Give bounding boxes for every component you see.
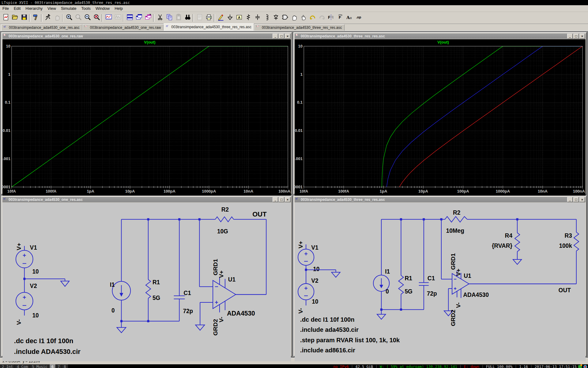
schematic-canvas-area[interactable]: V+ V1 10 V2 10 V- [2, 203, 291, 361]
menu-item[interactable]: Help [112, 6, 125, 11]
menu-item[interactable]: Tools [79, 6, 93, 11]
toolbar-button[interactable] [244, 13, 253, 22]
child-title-bar[interactable]: 003transimpedance_ada4530_one_res.raw _□… [2, 33, 291, 39]
toolbar-button[interactable] [65, 13, 74, 22]
toolbar-button[interactable] [216, 13, 225, 22]
toolbar-button[interactable]: A [235, 13, 243, 22]
opamp-u1[interactable]: GRD1 V+ U1 V- GRD2 ADA4530 [195, 219, 255, 335]
wire-top-bus[interactable] [121, 218, 215, 220]
tray-icon-notification[interactable] [583, 365, 587, 368]
tray-icon-network[interactable] [578, 365, 582, 368]
schematic-one-res[interactable]: V+ V1 10 V2 10 V- [2, 203, 291, 361]
window-button[interactable]: _ [273, 197, 278, 202]
current-source-i1[interactable]: I1 0 [110, 219, 131, 321]
document-tab[interactable]: 003transimpedance_ada4530_three_res_res.… [164, 23, 254, 31]
document-tab[interactable]: 003transimpedance_ada4530_one_res.raw [82, 24, 164, 31]
menu-item[interactable]: Hierarchy [23, 6, 45, 11]
waveform-plot-area[interactable]: 10fA100fA1pA10pA100pA1000pA10nA100nA1010… [295, 39, 586, 199]
toolbar-button[interactable] [43, 13, 52, 22]
window-button[interactable]: □ [573, 34, 579, 39]
toolbar-button[interactable] [271, 13, 280, 22]
resistor-r1[interactable]: R1 5G [398, 219, 413, 309]
window-button[interactable]: _ [567, 34, 573, 39]
toolbar-button[interactable] [204, 13, 213, 22]
toolbar-button[interactable] [225, 13, 234, 22]
toolbar-button[interactable] [32, 13, 40, 22]
menu-item[interactable]: Window [93, 6, 112, 11]
toolbar-button[interactable] [281, 13, 289, 22]
toolbar-button[interactable] [1, 13, 10, 22]
toolbar-button[interactable] [144, 13, 153, 22]
toolbar-button[interactable] [156, 13, 164, 22]
toolbar-button[interactable]: Aα [345, 13, 354, 22]
workspace-cell[interactable]: 2 Int [0, 364, 15, 368]
schematic-three-res[interactable]: V+ V1 10 V2 10 V- [295, 203, 586, 361]
menu-item[interactable]: Simulate [58, 6, 79, 11]
toolbar-button[interactable] [253, 13, 262, 22]
window-button[interactable]: × [285, 34, 290, 39]
resistor-r2[interactable]: R2 10Meg [445, 209, 467, 234]
toolbar-button[interactable] [92, 13, 101, 22]
workspace-cell[interactable]: 6 [50, 364, 56, 368]
document-tab[interactable]: 003transimpedance_ada4530_one_res.asc [1, 24, 82, 31]
child-title-bar[interactable]: 003transimpedance_ada4530_three_res_res.… [295, 33, 586, 39]
voltage-source-v1[interactable]: V+ V1 10 [297, 241, 319, 272]
workspace-cell[interactable]: 7 [56, 364, 62, 368]
wire-bottom-bus[interactable] [117, 320, 179, 333]
capacitor-c1[interactable]: C1 72p [419, 219, 437, 309]
window-button[interactable]: × [579, 34, 585, 39]
window-button[interactable]: □ [279, 197, 284, 202]
main-title-bar[interactable]: LTspice XVII - 003transimpedance_ada4530… [0, 0, 588, 5]
toolbar-button[interactable] [262, 13, 271, 22]
plot-canvas-three-res[interactable]: 10fA100fA1pA10pA100pA1000pA10nA100nA1010… [295, 39, 586, 199]
voltage-source-v2[interactable]: V2 10 V- [16, 279, 39, 325]
toolbar-button[interactable] [183, 13, 192, 22]
toolbar-button[interactable] [290, 13, 299, 22]
window-button[interactable]: _ [273, 34, 278, 39]
workspace-cell[interactable]: 5 Music [30, 364, 50, 368]
toolbar-button[interactable] [83, 13, 92, 22]
toolbar-button[interactable] [113, 13, 122, 22]
spice-directives[interactable]: .dc dec I1 10f 100n .include ADA4530.cir [14, 337, 81, 355]
window-button[interactable]: □ [279, 34, 284, 39]
toolbar-button[interactable]: FF [326, 13, 335, 22]
toolbar-button[interactable] [195, 13, 204, 22]
document-tab[interactable]: 003transimpedance_ada4530_three_res_res.… [254, 24, 345, 31]
net-label-out[interactable]: OUT [236, 210, 267, 295]
workspace-cell[interactable]: 8 [62, 364, 68, 368]
schematic-canvas-area[interactable]: V+ V1 10 V2 10 V- [295, 203, 586, 361]
window-button[interactable]: × [579, 197, 585, 202]
toolbar-button[interactable] [20, 13, 28, 22]
spice-directives[interactable]: .dc dec I1 10f 100n .include ada4530.cir… [300, 316, 400, 354]
resistor-r4[interactable]: R4 {RVAR} [492, 219, 522, 264]
current-source-i1[interactable]: I1 0 [373, 219, 390, 309]
workspace-cell[interactable]: 4 Com [15, 364, 30, 368]
plot-canvas-one-res[interactable]: 10fA100fA1pA10pA100pA1000pA10nA100nA1010… [2, 39, 291, 199]
waveform-plot-area[interactable]: 10fA100fA1pA10pA100pA1000pA10nA100nA1010… [2, 39, 291, 199]
toolbar-button[interactable] [308, 13, 317, 22]
toolbar-button[interactable]: F [336, 13, 345, 22]
toolbar-button[interactable] [134, 13, 143, 22]
resistor-r1[interactable]: R1 5G [146, 219, 160, 321]
window-button[interactable]: □ [573, 197, 579, 202]
toolbar-button[interactable] [125, 13, 134, 22]
child-title-bar[interactable]: 003transimpedance_ada4530_three_res_res.… [295, 197, 586, 202]
menu-item[interactable]: View [45, 6, 58, 11]
toolbar-button[interactable] [10, 13, 19, 22]
capacitor-c1[interactable]: C1 72p [174, 219, 193, 321]
wire-bottom-bus[interactable] [377, 309, 424, 319]
toolbar-button[interactable] [104, 13, 113, 22]
resistor-r3[interactable]: R3 100k [559, 219, 579, 284]
menu-item[interactable]: Edit [11, 6, 23, 11]
supply-ground[interactable] [305, 269, 340, 277]
window-button[interactable]: _ [567, 197, 573, 202]
voltage-source-v1[interactable]: V+ V1 10 [16, 243, 39, 279]
toolbar-button[interactable] [317, 13, 326, 22]
toolbar-button[interactable]: .op [354, 13, 363, 22]
menu-item[interactable]: File [0, 6, 11, 11]
window-button[interactable]: × [285, 197, 290, 202]
toolbar-button[interactable] [299, 13, 308, 22]
wire-top-bus[interactable] [381, 218, 576, 220]
toolbar-button[interactable] [74, 13, 83, 22]
opamp-u1[interactable]: GRD1 V+ U1 V- GRD2 ADA4530 [441, 219, 489, 326]
